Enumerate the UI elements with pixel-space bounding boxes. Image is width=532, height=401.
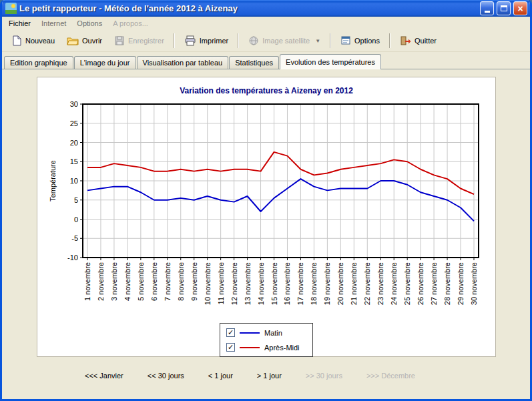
check-icon: ✓ [228,329,234,336]
nav-forward-30-jours-button: >> 30 jours [306,372,342,380]
chart-panel: Variation des températures à Aizenay en … [37,77,496,357]
printer-icon [184,35,196,46]
save-icon [114,35,125,46]
minimize-icon [485,11,490,13]
nav-back-1-jour-button[interactable]: < 1 jour [208,372,233,380]
tab-image-du-jour[interactable]: L'image du jour [74,56,136,69]
chart-legend: ✓ Matin ✓ Après-Midi [220,323,313,357]
svg-text:24 novembre: 24 novembre [390,262,398,305]
svg-text:0: 0 [74,216,78,224]
svg-text:5: 5 [74,196,78,204]
check-icon: ✓ [228,344,234,351]
toolbar-options-label: Options [354,37,380,45]
legend-label-matin: Matin [264,329,282,337]
toolbar-nouveau-button[interactable]: Nouveau [6,32,60,49]
svg-text:30: 30 [70,100,78,108]
toolbar-image-satellite-button: Image satellite ▼ [243,32,326,49]
svg-text:29 novembre: 29 novembre [457,262,465,305]
new-document-icon [11,35,22,46]
svg-text:2 novembre: 2 novembre [97,262,105,301]
quit-icon [400,35,411,46]
legend-item-apres-midi: ✓ Après-Midi [226,343,306,352]
tab-statistiques[interactable]: Statistiques [229,56,279,69]
toolbar-imprimer-button[interactable]: Imprimer [179,32,234,49]
svg-text:16 novembre: 16 novembre [283,262,291,305]
apres-midi-line-swatch [240,347,260,348]
svg-text:4 novembre: 4 novembre [123,262,131,301]
maximize-button[interactable] [497,1,511,15]
chevron-down-icon: ▼ [315,38,320,44]
open-folder-icon [67,35,79,46]
menu-internet[interactable]: Internet [36,17,71,29]
tab-strip: Edition graphique L'image du jour Visual… [2,52,530,69]
svg-text:17 novembre: 17 novembre [296,262,304,305]
svg-text:9 novembre: 9 novembre [190,262,198,301]
svg-text:10: 10 [70,177,78,185]
maximize-icon [501,5,507,11]
date-navigation: <<< Janvier << 30 jours < 1 jour > 1 jou… [85,372,415,380]
toolbar-nouveau-label: Nouveau [25,37,55,45]
svg-text:6 novembre: 6 novembre [150,262,158,301]
svg-text:19 novembre: 19 novembre [323,262,331,305]
svg-text:3 novembre: 3 novembre [110,262,118,301]
svg-text:26 novembre: 26 novembre [417,262,425,305]
svg-text:5 novembre: 5 novembre [137,262,145,301]
svg-text:18 novembre: 18 novembre [310,262,318,305]
svg-text:13 novembre: 13 novembre [244,262,252,305]
matin-checkbox[interactable]: ✓ [226,328,235,337]
svg-text:14 novembre: 14 novembre [257,262,265,305]
tab-edition-graphique[interactable]: Edition graphique [4,56,73,69]
nav-back-30-jours-button[interactable]: << 30 jours [148,372,184,380]
menu-a-propos: A propos... [107,17,154,29]
menu-bar: Fichier Internet Options A propos... [2,17,530,30]
tab-evolution-des-temperatures[interactable]: Evolution des températures [280,54,381,69]
toolbar: Nouveau Ouvrir Enregistrer Imprimer [2,30,530,52]
close-button[interactable]: × [513,1,527,15]
toolbar-quitter-label: Quitter [415,37,437,45]
svg-text:10 novembre: 10 novembre [204,262,212,305]
toolbar-ouvrir-label: Ouvrir [82,37,102,45]
satellite-icon [248,35,259,46]
minimize-button[interactable] [480,1,494,15]
legend-item-matin: ✓ Matin [226,328,306,337]
svg-text:15: 15 [70,157,78,165]
toolbar-enregistrer-label: Enregistrer [128,37,164,45]
toolbar-options-button[interactable]: Options [335,32,385,49]
menu-options[interactable]: Options [71,17,107,29]
svg-text:23 novembre: 23 novembre [376,262,384,305]
toolbar-imprimer-label: Imprimer [200,37,228,45]
svg-text:30 novembre: 30 novembre [470,262,478,305]
tab-visualisation-par-tableau[interactable]: Visualisation par tableau [137,56,229,69]
toolbar-quitter-button[interactable]: Quitter [394,32,442,49]
toolbar-separator [174,33,175,48]
svg-text:-10: -10 [67,254,78,262]
nav-forward-1-jour-button[interactable]: > 1 jour [257,372,282,380]
tab-page-evolution: Variation des températures à Aizenay en … [2,69,530,399]
title-bar[interactable]: Le petit rapporteur - Météo de l'année 2… [2,0,530,17]
svg-text:1 novembre: 1 novembre [83,262,91,301]
svg-text:27 novembre: 27 novembre [430,262,438,305]
matin-line-swatch [240,332,260,334]
toolbar-separator [330,33,331,48]
svg-text:15 novembre: 15 novembre [270,262,278,305]
svg-text:25: 25 [70,119,78,127]
nav-janvier-button[interactable]: <<< Janvier [85,372,123,380]
apres-midi-checkbox[interactable]: ✓ [226,343,235,352]
svg-text:8 novembre: 8 novembre [177,262,185,301]
toolbar-enregistrer-button: Enregistrer [109,32,170,49]
svg-text:-5: -5 [71,234,78,242]
svg-text:12 novembre: 12 novembre [230,262,238,305]
menu-fichier[interactable]: Fichier [3,17,36,29]
svg-text:20 novembre: 20 novembre [336,262,344,305]
legend-label-apres-midi: Après-Midi [264,344,300,352]
options-icon [340,35,351,46]
app-window: Le petit rapporteur - Météo de l'année 2… [0,0,532,401]
app-icon [5,3,17,14]
svg-text:22 novembre: 22 novembre [363,262,371,305]
close-icon: × [517,4,523,13]
svg-text:28 novembre: 28 novembre [443,262,451,305]
svg-text:11 novembre: 11 novembre [217,262,225,304]
nav-decembre-button: >>> Décembre [366,372,415,380]
toolbar-ouvrir-button[interactable]: Ouvrir [61,32,107,49]
svg-text:7 novembre: 7 novembre [164,262,172,301]
